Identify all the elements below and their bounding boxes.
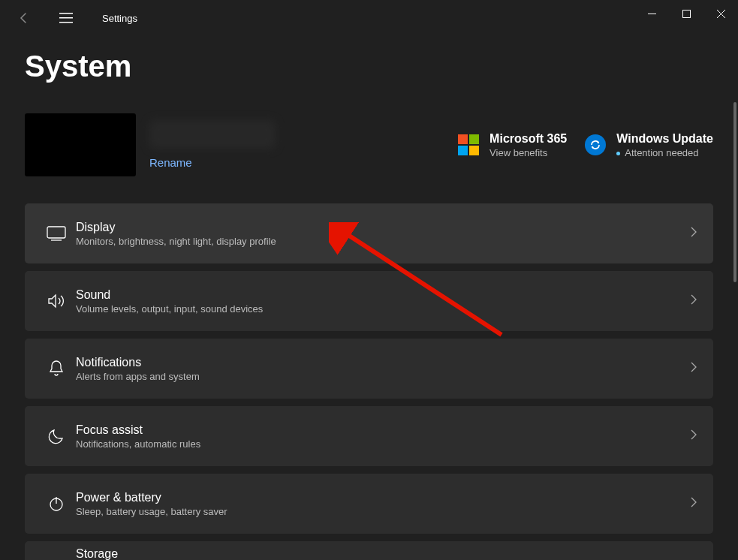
settings-list: Display Monitors, brightness, night ligh…: [0, 203, 738, 560]
ms365-title: Microsoft 365: [489, 132, 567, 146]
svg-rect-2: [59, 22, 73, 23]
maximize-button[interactable]: [669, 0, 703, 27]
item-title: Focus assist: [76, 423, 691, 437]
moon-icon: [40, 428, 73, 444]
chevron-right-icon: [691, 362, 697, 375]
item-title: Power & battery: [76, 491, 691, 504]
svg-rect-3: [648, 14, 656, 14]
sound-icon: [40, 293, 73, 309]
hamburger-menu-button[interactable]: [51, 3, 81, 33]
titlebar: Settings: [0, 0, 738, 36]
item-sub: Notifications, automatic rules: [76, 438, 691, 450]
close-button[interactable]: [703, 0, 738, 27]
setting-item-sound[interactable]: Sound Volume levels, output, input, soun…: [25, 271, 713, 331]
item-sub: Monitors, brightness, night light, displ…: [76, 236, 691, 247]
app-title: Settings: [102, 13, 137, 24]
item-title: Display: [76, 221, 691, 234]
device-name-redacted: [149, 120, 276, 149]
svg-rect-5: [47, 227, 65, 238]
ms365-sub: View benefits: [489, 147, 567, 158]
page-title: System: [0, 36, 738, 83]
chevron-right-icon: [691, 497, 697, 510]
item-sub: Sleep, battery usage, battery saver: [76, 506, 691, 517]
setting-item-storage[interactable]: Storage: [25, 541, 713, 560]
display-icon: [40, 226, 73, 241]
power-icon: [40, 495, 73, 512]
setting-item-focus-assist[interactable]: Focus assist Notifications, automatic ru…: [25, 406, 713, 466]
sync-icon: [585, 134, 606, 155]
header-block: Rename Microsoft 365 View benefits Windo…: [0, 83, 738, 203]
device-thumbnail: [25, 113, 136, 176]
setting-item-display[interactable]: Display Monitors, brightness, night ligh…: [25, 203, 713, 263]
microsoft-logo-icon: [458, 134, 479, 155]
microsoft-365-link[interactable]: Microsoft 365 View benefits: [458, 132, 567, 158]
chevron-right-icon: [691, 294, 697, 308]
update-title: Windows Update: [616, 132, 713, 146]
svg-rect-1: [59, 17, 73, 19]
item-title: Notifications: [76, 356, 691, 369]
svg-rect-0: [59, 13, 73, 14]
item-sub: Alerts from apps and system: [76, 371, 691, 382]
scrollbar[interactable]: [733, 102, 736, 282]
back-button[interactable]: [9, 3, 39, 33]
chevron-right-icon: [691, 429, 697, 443]
svg-rect-4: [682, 10, 690, 17]
window-controls: [634, 0, 738, 27]
item-title: Storage: [76, 547, 697, 560]
minimize-button[interactable]: [634, 0, 669, 27]
windows-update-link[interactable]: Windows Update Attention needed: [585, 132, 713, 158]
bell-icon: [40, 360, 73, 378]
update-sub: Attention needed: [616, 147, 713, 158]
item-title: Sound: [76, 288, 691, 302]
item-sub: Volume levels, output, input, sound devi…: [76, 303, 691, 315]
chevron-right-icon: [691, 227, 697, 240]
device-info: Rename: [149, 120, 444, 170]
setting-item-notifications[interactable]: Notifications Alerts from apps and syste…: [25, 339, 713, 399]
rename-link[interactable]: Rename: [149, 156, 192, 169]
setting-item-power-battery[interactable]: Power & battery Sleep, battery usage, ba…: [25, 474, 713, 534]
